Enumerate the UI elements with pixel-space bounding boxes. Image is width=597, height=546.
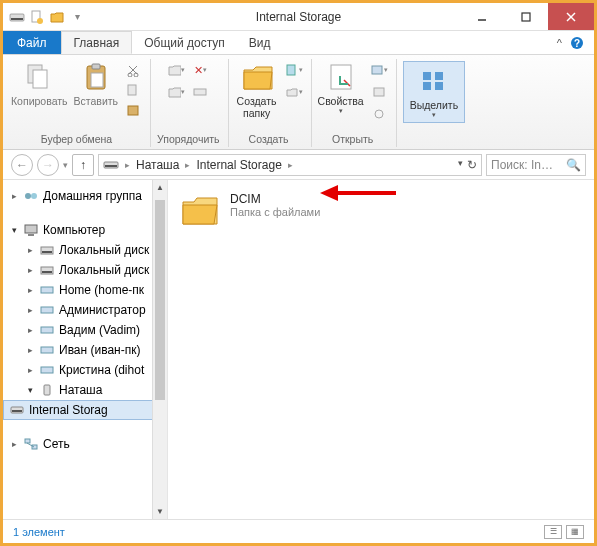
easy-access-icon[interactable]: ▾ xyxy=(285,83,303,101)
address-dropdown-icon[interactable]: ▾ xyxy=(458,158,463,172)
new-doc-icon[interactable] xyxy=(29,9,45,25)
paste-icon xyxy=(80,61,112,93)
rename-icon[interactable] xyxy=(191,83,209,101)
properties-button[interactable]: Свойства ▾ xyxy=(318,61,364,115)
svg-rect-20 xyxy=(128,106,138,115)
refresh-icon[interactable]: ↻ xyxy=(467,158,477,172)
paste-button[interactable]: Вставить xyxy=(74,61,119,107)
new-folder-button[interactable]: Создать папку xyxy=(235,61,279,119)
delete-icon[interactable]: ✕ ▾ xyxy=(191,61,209,79)
svg-rect-27 xyxy=(423,72,431,80)
close-button[interactable] xyxy=(548,3,594,30)
new-item-icon[interactable]: ▾ xyxy=(285,61,303,79)
folder-desc: Папка с файлами xyxy=(230,206,320,218)
expand-icon[interactable]: ▸ xyxy=(9,191,19,201)
tree-homegroup[interactable]: ▸ Домашняя группа xyxy=(3,186,167,206)
chevron-right-icon[interactable]: ▸ xyxy=(125,160,130,170)
view-tab[interactable]: Вид xyxy=(237,31,283,54)
copy-to-icon[interactable]: ▾ xyxy=(167,83,185,101)
svg-rect-5 xyxy=(522,13,530,21)
copy-path-icon[interactable] xyxy=(124,81,142,99)
tree-computer[interactable]: ▾ Компьютер xyxy=(3,220,167,240)
home-tab[interactable]: Главная xyxy=(61,31,133,54)
properties-icon xyxy=(325,61,357,93)
forward-button[interactable]: → xyxy=(37,154,59,176)
device-icon xyxy=(39,382,55,398)
breadcrumb[interactable]: Internal Storage xyxy=(196,158,281,172)
select-button[interactable]: Выделить ▾ xyxy=(403,61,465,123)
cut-icon[interactable] xyxy=(124,61,142,79)
svg-marker-53 xyxy=(320,185,338,201)
netdrive-icon xyxy=(39,282,55,298)
svg-rect-50 xyxy=(32,445,37,449)
address-bar[interactable]: ▸ Наташа ▸ Internal Storage ▸ ▾ ↻ xyxy=(98,154,482,176)
scroll-down-icon[interactable]: ▼ xyxy=(153,504,167,519)
minimize-button[interactable] xyxy=(460,3,504,30)
collapse-icon[interactable]: ▾ xyxy=(9,225,19,235)
svg-point-34 xyxy=(31,193,37,199)
new-group-label: Создать xyxy=(249,133,289,145)
svg-rect-41 xyxy=(41,287,53,293)
window-title: Internal Storage xyxy=(256,10,341,24)
edit-icon[interactable] xyxy=(370,83,388,101)
tree-item[interactable]: ▸Кристина (dihot xyxy=(3,360,167,380)
recent-dropdown-icon[interactable]: ▾ xyxy=(63,160,68,170)
tree-item[interactable]: ▸Home (home-пк xyxy=(3,280,167,300)
paste-shortcut-icon[interactable] xyxy=(124,101,142,119)
folder-icon xyxy=(241,61,273,93)
tree-item[interactable]: ▸Локальный диск xyxy=(3,260,167,280)
svg-rect-29 xyxy=(423,82,431,90)
svg-rect-43 xyxy=(41,327,53,333)
back-button[interactable]: ← xyxy=(11,154,33,176)
share-tab[interactable]: Общий доступ xyxy=(132,31,237,54)
expand-icon[interactable]: ▸ xyxy=(9,439,19,449)
move-to-icon[interactable]: ▾ xyxy=(167,61,185,79)
svg-rect-45 xyxy=(41,367,53,373)
svg-rect-14 xyxy=(91,73,103,87)
netdrive-icon xyxy=(39,342,55,358)
breadcrumb[interactable]: Наташа xyxy=(136,158,179,172)
svg-point-33 xyxy=(25,193,31,199)
computer-icon xyxy=(23,222,39,238)
chevron-right-icon[interactable]: ▸ xyxy=(288,160,293,170)
scroll-thumb[interactable] xyxy=(155,200,165,400)
history-icon[interactable] xyxy=(370,105,388,123)
tree-item[interactable]: ▸Иван (иван-пк) xyxy=(3,340,167,360)
svg-rect-1 xyxy=(11,18,23,20)
tree-item[interactable]: ▸Администратор xyxy=(3,300,167,320)
svg-rect-24 xyxy=(372,66,382,74)
tree-item[interactable]: ▾Наташа xyxy=(3,380,167,400)
tree-item[interactable]: ▸Вадим (Vadim) xyxy=(3,320,167,340)
svg-rect-11 xyxy=(33,70,47,88)
svg-rect-32 xyxy=(105,165,117,167)
drive-crumb-icon xyxy=(103,160,119,170)
select-icon xyxy=(418,65,450,97)
search-input[interactable]: Поиск: In… 🔍 xyxy=(486,154,586,176)
help-icon[interactable]: ? xyxy=(570,36,584,50)
chevron-right-icon[interactable]: ▸ xyxy=(185,160,190,170)
file-tab[interactable]: Файл xyxy=(3,31,61,54)
collapse-ribbon-icon[interactable]: ^ xyxy=(557,37,562,49)
homegroup-icon xyxy=(23,188,39,204)
tree-scrollbar[interactable]: ▲ ▼ xyxy=(152,180,167,519)
up-button[interactable]: ↑ xyxy=(72,154,94,176)
tree-network[interactable]: ▸ Сеть xyxy=(3,434,167,454)
tree-item-selected[interactable]: Internal Storag xyxy=(3,400,167,420)
netdrive-icon xyxy=(39,302,55,318)
scroll-up-icon[interactable]: ▲ xyxy=(153,180,167,195)
details-view-button[interactable]: ☰ xyxy=(544,525,562,539)
tree-item[interactable]: ▸Локальный диск xyxy=(3,240,167,260)
icons-view-button[interactable]: ▦ xyxy=(566,525,584,539)
svg-rect-48 xyxy=(12,410,22,412)
svg-rect-38 xyxy=(42,251,52,253)
maximize-button[interactable] xyxy=(504,3,548,30)
copy-button[interactable]: Копировать xyxy=(11,61,68,107)
copy-icon xyxy=(23,61,55,93)
search-icon: 🔍 xyxy=(566,158,581,172)
folder-qat-icon[interactable] xyxy=(49,9,65,25)
disk-icon xyxy=(39,242,55,258)
open-icon[interactable]: ▾ xyxy=(370,61,388,79)
svg-rect-19 xyxy=(128,85,136,95)
svg-point-3 xyxy=(37,18,43,24)
qat-equals-icon[interactable]: ▾ xyxy=(69,9,85,25)
